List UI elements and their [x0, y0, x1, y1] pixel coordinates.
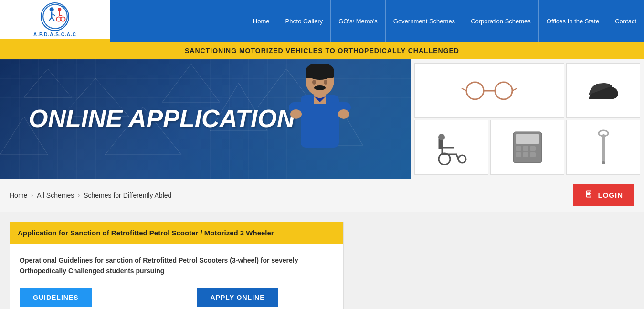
svg-point-6 [58, 8, 61, 11]
scheme-card: Application for Sanction of Retrofitted … [10, 222, 344, 309]
nav-link-photo-gallery[interactable]: Photo Gallery [277, 0, 330, 42]
svg-point-23 [314, 85, 326, 90]
nav-items-list: Home Photo Gallery GO's/ Memo's Governme… [245, 0, 644, 42]
svg-rect-47 [523, 152, 528, 157]
hero-section: ONLINE APPLICATION [0, 59, 644, 179]
nav-item-gov-schemes[interactable]: Government Schemes [385, 0, 463, 42]
svg-line-34 [462, 88, 466, 91]
svg-rect-49 [602, 134, 605, 163]
svg-point-1 [49, 7, 53, 11]
login-button[interactable]: LOGIN [573, 184, 635, 206]
breadcrumb-bar: Home › All Schemes › Schemes for Differe… [0, 179, 644, 212]
guidelines-button[interactable]: GUIDELINES [20, 288, 92, 307]
svg-point-22 [324, 80, 327, 85]
main-nav: Home Photo Gallery GO's/ Memo's Governme… [110, 0, 644, 42]
svg-point-51 [602, 161, 605, 164]
nav-link-corp-schemes[interactable]: Corporation Schemes [463, 0, 538, 42]
svg-rect-42 [516, 134, 539, 144]
nav-item-corp-schemes[interactable]: Corporation Schemes [463, 0, 538, 42]
logo-circle [41, 2, 69, 31]
svg-rect-43 [516, 146, 521, 151]
scheme-body: Operational Guidelines for sanction of R… [10, 244, 343, 309]
nav-link-contact[interactable]: Contact [607, 0, 644, 42]
breadcrumb-items: Home › All Schemes › Schemes for Differe… [10, 192, 573, 199]
svg-point-28 [338, 109, 349, 119]
breadcrumb-home[interactable]: Home [10, 192, 27, 199]
svg-line-35 [512, 88, 517, 91]
login-label: LOGIN [598, 191, 623, 199]
svg-point-21 [312, 80, 316, 85]
banner-text: SANCTIONING MOTORIZED VEHICLES TO ORTHOP… [185, 47, 459, 54]
scheme-buttons: GUIDELINES APPLY ONLINE [20, 288, 334, 307]
svg-point-31 [466, 82, 484, 99]
product-shoe [566, 63, 640, 118]
login-icon [585, 189, 594, 201]
breadcrumb-sep-1: › [31, 192, 33, 199]
product-cane [566, 120, 640, 175]
hero-products [411, 59, 644, 179]
product-wheelchair [414, 120, 488, 175]
svg-rect-46 [516, 152, 521, 157]
svg-point-37 [458, 155, 466, 163]
svg-rect-38 [440, 139, 443, 149]
nav-link-offices[interactable]: Offices In the State [538, 0, 607, 42]
nav-item-contact[interactable]: Contact [607, 0, 644, 42]
main-content: Application for Sanction of Retrofitted … [0, 212, 644, 309]
nav-item-home[interactable]: Home [245, 0, 277, 42]
svg-rect-44 [523, 146, 528, 151]
hero-title: ONLINE APPLICATION [29, 105, 295, 132]
nav-item-gos-memos[interactable]: GO's/ Memo's [330, 0, 385, 42]
nav-link-gos-memos[interactable]: GO's/ Memo's [330, 0, 385, 42]
logo-text: A.P.D.A.S.C.A.C [33, 32, 76, 37]
yellow-banner: SANCTIONING MOTORIZED VEHICLES TO ORTHOP… [0, 42, 644, 59]
svg-rect-45 [530, 146, 536, 151]
scheme-description: Operational Guidelines for sanction of R… [20, 255, 334, 277]
svg-marker-12 [162, 64, 220, 102]
svg-point-36 [439, 153, 450, 165]
nav-item-photo-gallery[interactable]: Photo Gallery [277, 0, 330, 42]
svg-point-27 [290, 109, 302, 119]
logo-area: A.P.D.A.S.C.A.C [0, 0, 110, 42]
scheme-header: Application for Sanction of Retrofitted … [10, 222, 343, 244]
hero-left: ONLINE APPLICATION [0, 59, 411, 179]
svg-point-32 [495, 82, 512, 99]
header: A.P.D.A.S.C.A.C Home Photo Gallery GO's/… [0, 0, 644, 42]
breadcrumb-sep-2: › [78, 192, 80, 199]
nav-item-offices[interactable]: Offices In the State [538, 0, 607, 42]
svg-marker-10 [24, 69, 72, 97]
product-communication-device [490, 120, 564, 175]
nav-link-home[interactable]: Home [245, 0, 277, 42]
svg-point-0 [42, 4, 67, 29]
nav-link-gov-schemes[interactable]: Government Schemes [385, 0, 463, 42]
svg-rect-20 [306, 69, 334, 78]
scheme-title: Application for Sanction of Retrofitted … [18, 229, 274, 237]
breadcrumb-diff-abled: Schemes for Differently Abled [84, 192, 171, 199]
breadcrumb-all-schemes[interactable]: All Schemes [37, 192, 74, 199]
svg-rect-48 [530, 152, 536, 157]
apply-online-button[interactable]: APPLY ONLINE [197, 288, 278, 307]
product-glasses [414, 63, 564, 118]
hero-person [267, 64, 363, 179]
